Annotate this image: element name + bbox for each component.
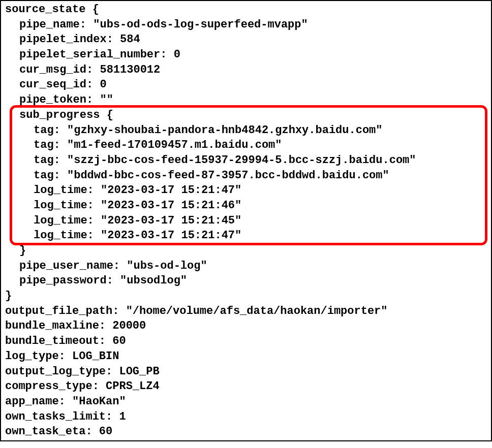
app-name-row: app_name: "HaoKan" [5, 394, 487, 409]
tag-row: tag: "gzhxy-shoubai-pandora-hnb4842.gzhx… [5, 123, 487, 138]
pipe-user-name-row: pipe_user_name: "ubs-od-log" [5, 259, 487, 274]
pipe-token-row: pipe_token: "" [5, 92, 487, 108]
own-task-eta-row: own_task_eta: 60 [5, 424, 487, 439]
log-time-row: log_time: "2023-03-17 15:21:47" [5, 228, 487, 243]
output-file-path-row: output_file_path: "/home/volume/afs_data… [5, 304, 487, 319]
compress-type-row: compress_type: CPRS_LZ4 [5, 379, 487, 394]
log-time-row: log_time: "2023-03-17 15:21:47" [5, 183, 487, 198]
output-log-type-row: output_log_type: LOG_PB [5, 364, 487, 379]
sub-progress-open: sub_progress { [5, 108, 487, 123]
source-state-open: source_state { [5, 2, 487, 17]
pipe-name-row: pipe_name: "ubs-od-ods-log-superfeed-mva… [5, 17, 487, 33]
cur-seq-id-row: cur_seq_id: 0 [5, 77, 487, 92]
log-time-row: log_time: "2023-03-17 15:21:46" [5, 198, 487, 213]
tag-row: tag: "m1-feed-170109457.m1.baidu.com" [5, 138, 487, 153]
tag-row: tag: "szzj-bbc-cos-feed-15937-29994-5.bc… [5, 153, 487, 168]
pipe-password-row: pipe_password: "ubsodlog" [5, 273, 487, 289]
tag-row: tag: "bddwd-bbc-cos-feed-87-3957.bcc-bdd… [5, 168, 487, 183]
log-time-row: log_time: "2023-03-17 15:21:45" [5, 213, 487, 229]
cur-msg-id-row: cur_msg_id: 581130012 [5, 62, 487, 78]
own-tasks-limit-row: own_tasks_limit: 1 [5, 409, 487, 425]
log-type-row: log_type: LOG_BIN [5, 349, 487, 364]
bundle-timeout-row: bundle_timeout: 60 [5, 334, 487, 349]
pipelet-index-row: pipelet_index: 584 [5, 32, 487, 47]
bundle-maxline-row: bundle_maxline: 20000 [5, 318, 487, 334]
pipelet-serial-number-row: pipelet_serial_number: 0 [5, 47, 487, 62]
sub-progress-close: } [5, 243, 487, 259]
config-text-block: source_state { pipe_name: "ubs-od-ods-lo… [0, 0, 492, 441]
source-state-close: } [5, 289, 487, 304]
